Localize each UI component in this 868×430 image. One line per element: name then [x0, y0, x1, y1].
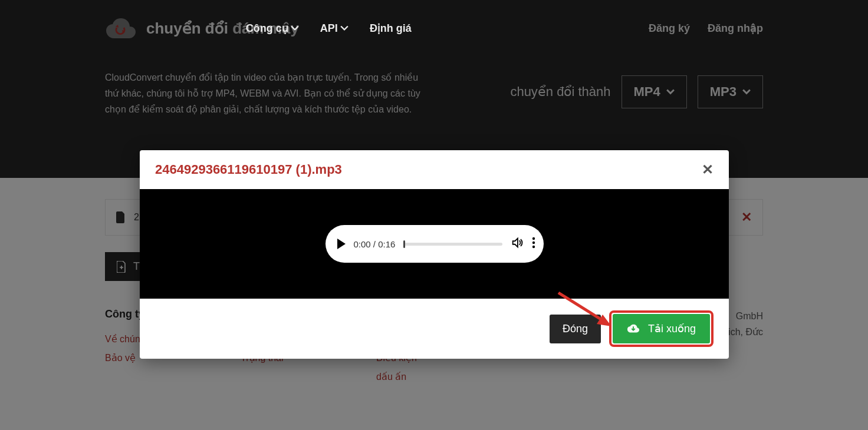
cloud-download-icon	[627, 323, 640, 334]
play-button[interactable]	[337, 239, 346, 249]
download-button[interactable]: Tải xuống	[613, 314, 710, 343]
volume-icon[interactable]	[511, 236, 524, 252]
audio-time: 0:00 / 0:16	[354, 239, 396, 249]
svg-point-1	[532, 242, 534, 244]
modal-header: 2464929366119610197 (1).mp3 ✕	[140, 150, 729, 189]
close-button[interactable]: Đóng	[550, 315, 601, 343]
nav-pricing[interactable]: Định giá	[370, 22, 412, 35]
svg-point-0	[532, 237, 534, 240]
audio-seek-track[interactable]	[403, 243, 502, 246]
close-icon[interactable]: ✕	[702, 163, 714, 177]
audio-player: 0:00 / 0:16	[326, 225, 544, 263]
modal-title: 2464929366119610197 (1).mp3	[155, 162, 342, 177]
more-icon[interactable]	[532, 237, 535, 251]
modal-body: 0:00 / 0:16	[140, 189, 729, 299]
nav-api[interactable]: API	[320, 22, 348, 35]
chevron-down-icon	[340, 24, 348, 32]
download-button-highlight: Tải xuống	[609, 310, 714, 347]
nav-left: Công cụ API Định giá	[246, 22, 412, 35]
chevron-down-icon	[291, 24, 299, 32]
nav-tools[interactable]: Công cụ	[246, 22, 299, 35]
preview-modal: 2464929366119610197 (1).mp3 ✕ 0:00 / 0:1…	[140, 150, 729, 359]
svg-point-2	[532, 246, 534, 248]
modal-footer: Đóng Tải xuống	[140, 299, 729, 359]
